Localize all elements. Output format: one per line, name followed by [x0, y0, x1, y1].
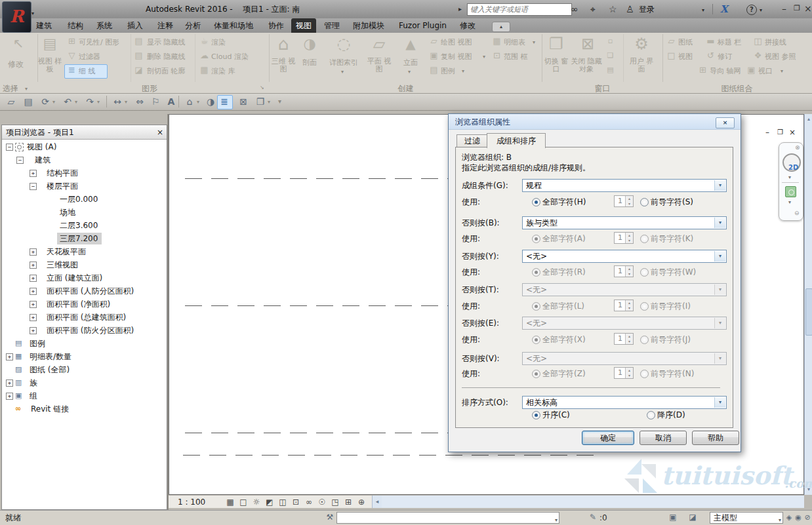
collapse-icon[interactable]: [16, 157, 24, 164]
sheet-icon[interactable]: ▱: [666, 36, 676, 46]
expand-icon[interactable]: [6, 379, 13, 387]
project-browser-close-icon[interactable]: ×: [157, 126, 163, 138]
reveal-constraints-icon[interactable]: ⊞: [342, 496, 354, 508]
spinner-arrows-icon[interactable]: ▴▾: [625, 334, 633, 344]
cascade-windows-icon[interactable]: ❏: [606, 51, 615, 60]
group-by-combo[interactable]: 规程 ▾: [522, 179, 727, 192]
customize-qat-icon[interactable]: ▾: [278, 98, 281, 105]
leading-characters-radio[interactable]: [640, 302, 649, 311]
undo-dropdown-icon[interactable]: ▾: [75, 99, 77, 106]
expand-icon[interactable]: [30, 288, 37, 295]
all-characters-radio[interactable]: [532, 336, 540, 344]
modify-button[interactable]: 修改: [1, 60, 30, 68]
3d-view-button[interactable]: 三维 视图: [270, 58, 296, 73]
user-interface-button[interactable]: 用户 界面: [627, 58, 656, 73]
show-hidden-lines-button[interactable]: 显示 隐藏线: [147, 38, 186, 47]
spinner-arrows-icon[interactable]: ▴▾: [625, 300, 633, 311]
section-icon[interactable]: ◑: [298, 35, 321, 52]
zoom-dropdown-icon[interactable]: ▾: [788, 199, 791, 206]
dialog-title-bar[interactable]: 浏览器组织属性: [449, 114, 741, 130]
sync-icon[interactable]: ⟳: [39, 96, 51, 107]
visibility-graphics-icon[interactable]: ⊞: [67, 36, 77, 46]
scope-box-button[interactable]: 范围 框: [504, 52, 528, 61]
close-button[interactable]: ×: [804, 3, 812, 14]
tab-structure[interactable]: 结构: [68, 18, 83, 33]
char-count-spinner[interactable]: 1 ▴▾: [614, 300, 634, 311]
char-count-spinner[interactable]: 1 ▴▾: [614, 367, 634, 379]
switch-windows-qat-icon[interactable]: ❐: [254, 96, 266, 107]
callout-icon[interactable]: ◌: [328, 35, 359, 53]
chevron-down-icon[interactable]: ▾: [714, 397, 725, 408]
thin-lines-toggle-icon[interactable]: ≣: [218, 96, 230, 107]
user-interface-icon[interactable]: ⚙: [627, 35, 656, 53]
sheet-button[interactable]: 图纸: [678, 38, 693, 47]
reveal-hidden-elements-icon[interactable]: ☉: [316, 496, 328, 508]
sun-path-icon[interactable]: ☼: [251, 496, 262, 508]
tile-windows-icon[interactable]: ▤: [606, 66, 615, 74]
all-characters-radio[interactable]: [532, 198, 540, 206]
tab-fuzor[interactable]: Fuzor Plugin: [399, 18, 447, 33]
char-count-spinner[interactable]: 1 ▴▾: [614, 195, 634, 207]
chevron-down-icon[interactable]: ▾: [714, 284, 725, 295]
spinner-arrows-icon[interactable]: ▴▾: [625, 196, 633, 206]
tab-collaborate[interactable]: 协作: [268, 18, 284, 33]
tab-manage[interactable]: 管理: [324, 18, 340, 33]
render-gallery-button[interactable]: 渲染 库: [211, 67, 235, 75]
char-count-spinner[interactable]: 1 ▴▾: [614, 333, 634, 345]
design-options-combo[interactable]: 主模型 ▾: [710, 512, 783, 524]
view-restore-icon[interactable]: ❐: [777, 128, 783, 137]
char-count-spinner[interactable]: 1 ▴▾: [614, 265, 634, 277]
select-pinned-icon[interactable]: ⊘: [803, 512, 812, 523]
dialog-launcher-icon[interactable]: ↘: [260, 85, 264, 91]
all-characters-radio[interactable]: [532, 302, 540, 311]
cancel-button[interactable]: 取消: [639, 431, 687, 445]
thin-lines-icon[interactable]: ≣: [67, 65, 77, 75]
tab-grouping-sorting[interactable]: 成组和排序: [487, 133, 546, 148]
select-dropdown-icon[interactable]: ▾: [25, 86, 28, 92]
horizontal-scrollbar[interactable]: [382, 496, 804, 508]
callout-button[interactable]: 详图索引: [327, 59, 361, 67]
scale-button[interactable]: 1 : 100: [178, 497, 205, 507]
cut-profile-button[interactable]: 剖切面 轮廓: [147, 67, 186, 75]
char-count-spinner[interactable]: 1 ▴▾: [614, 232, 634, 244]
aligned-dimension-icon[interactable]: ⇔: [134, 96, 146, 107]
expand-icon[interactable]: [6, 353, 13, 360]
sort-by-combo[interactable]: 相关标高 ▾: [522, 396, 727, 409]
tab-modify[interactable]: 修改: [460, 18, 476, 33]
plan-views-button[interactable]: 平面 视图: [366, 58, 392, 73]
modify-cursor-icon[interactable]: ↖: [9, 35, 28, 51]
worksets-icon[interactable]: ⚒: [325, 512, 335, 523]
titleblock-icon[interactable]: ▬: [706, 36, 716, 46]
guide-grid-button[interactable]: 导向 轴网: [710, 67, 741, 75]
hscroll-left-icon[interactable]: ◂: [372, 496, 382, 508]
project-browser-header[interactable]: 项目浏览器 - 项目1: [2, 125, 167, 140]
dialog-close-icon[interactable]: ×: [716, 117, 735, 128]
temporary-hide-isolate-icon[interactable]: ∞: [303, 496, 315, 508]
displacement-icon[interactable]: ◳: [329, 496, 341, 508]
leading-characters-radio[interactable]: [640, 198, 649, 206]
filters-button[interactable]: 过滤器: [79, 52, 100, 61]
close-hidden-icon[interactable]: ⊠: [573, 35, 602, 53]
chevron-down-icon[interactable]: ▾: [714, 251, 725, 262]
scrollbar-thumb[interactable]: [805, 288, 812, 336]
3d-dropdown-icon[interactable]: ▾: [197, 99, 199, 106]
all-characters-radio[interactable]: [532, 235, 540, 243]
chevron-down-icon[interactable]: ▾: [714, 318, 725, 328]
filters-icon[interactable]: ▽: [67, 50, 77, 60]
design-option-icon[interactable]: ▣: [668, 512, 678, 523]
render-icon[interactable]: ☕: [199, 36, 209, 46]
text-icon[interactable]: A: [165, 96, 177, 107]
workset-combo[interactable]: ▾: [336, 512, 559, 524]
close-hidden-button[interactable]: 关闭 隐藏对象: [569, 58, 603, 73]
tab-analyze[interactable]: 分析: [185, 18, 201, 33]
view-on-sheet-button[interactable]: 视图: [678, 52, 693, 61]
legends-dropdown-icon[interactable]: ▾: [462, 68, 464, 75]
elevation-button[interactable]: 立面: [397, 59, 424, 67]
app-menu-arrow-icon[interactable]: ▾: [31, 10, 34, 17]
user-icon[interactable]: ♙: [626, 4, 634, 14]
help-button[interactable]: 帮助: [692, 431, 739, 445]
elevation-dropdown-icon[interactable]: ▾: [408, 69, 411, 75]
wheel-dropdown-icon[interactable]: ▾: [788, 174, 791, 181]
ascending-radio[interactable]: [532, 411, 540, 419]
view-minimize-icon[interactable]: –: [765, 128, 769, 137]
